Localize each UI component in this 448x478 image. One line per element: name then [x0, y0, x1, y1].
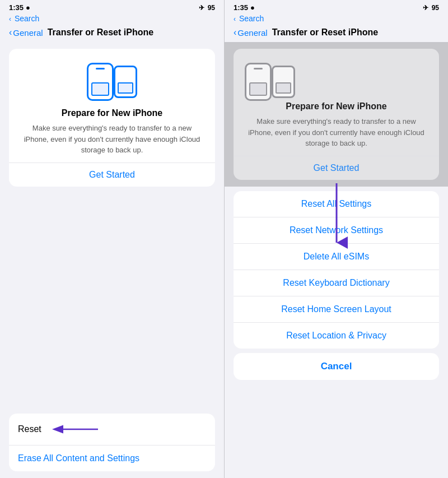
left-content: Prepare for New iPhone Make sure everyth…: [0, 42, 224, 478]
right-phone-icon-group: [245, 62, 295, 101]
action-reset-all-settings-label: Reset All Settings: [301, 199, 371, 208]
left-erase-item[interactable]: Erase All Content and Settings: [9, 445, 215, 471]
left-page-title: Transfer or Reset iPhone: [48, 27, 153, 38]
right-get-started-button[interactable]: Get Started: [245, 156, 428, 180]
left-search-bar[interactable]: ‹ Search: [0, 14, 224, 25]
right-prepare-description: Make sure everything's ready to transfer…: [245, 116, 428, 149]
right-action-sheet: Reset All Settings Reset Network Setting…: [234, 191, 439, 349]
right-icon-area: [245, 62, 428, 101]
right-search-chevron: ‹: [234, 15, 236, 23]
left-search-chevron: ‹: [9, 15, 11, 23]
right-back-label: General: [237, 28, 267, 38]
left-phone-icon-group: [87, 62, 137, 101]
left-back-chevron: ‹: [9, 27, 12, 38]
right-time: 1:35: [234, 3, 248, 12]
left-arrow-annotation: [50, 421, 101, 437]
left-bottom-list: Reset Erase All Content and Settings: [9, 414, 215, 471]
action-reset-home-screen[interactable]: Reset Home Screen Layout: [234, 296, 439, 323]
left-reset-item[interactable]: Reset: [9, 414, 215, 445]
action-reset-network-label: Reset Network Settings: [290, 225, 383, 235]
left-spacer: [9, 193, 215, 407]
right-dimmed-area: Prepare for New iPhone Make sure everyth…: [225, 42, 448, 187]
left-search-label: Search: [15, 14, 39, 23]
right-wifi-icon: ●: [250, 3, 255, 12]
right-status-left: 1:35 ●: [234, 3, 255, 12]
action-reset-keyboard-label: Reset Keyboard Dictionary: [283, 278, 389, 287]
right-page-title: Transfer or Reset iPhone: [272, 27, 378, 38]
action-reset-location-label: Reset Location & Privacy: [286, 331, 386, 340]
right-action-area: Reset All Settings Reset Network Setting…: [225, 187, 448, 349]
right-panel: 1:35 ● ✈ 95 ‹ Search ‹ General Transfer …: [224, 0, 448, 478]
left-status-right: ✈ 95: [199, 4, 215, 12]
left-phone-main-icon: [87, 63, 114, 101]
right-cancel-button[interactable]: Cancel: [234, 353, 439, 380]
left-time: 1:35: [9, 3, 24, 12]
right-search-label: Search: [239, 14, 264, 23]
action-reset-location[interactable]: Reset Location & Privacy: [234, 323, 439, 349]
action-reset-home-screen-label: Reset Home Screen Layout: [281, 304, 391, 314]
right-search-bar[interactable]: ‹ Search: [225, 14, 448, 25]
left-wifi-icon: ●: [26, 3, 30, 12]
left-reset-label: Reset: [18, 424, 41, 434]
right-phone-secondary-icon: [272, 66, 295, 98]
left-airplane-icon: ✈: [199, 4, 204, 12]
action-delete-esims[interactable]: Delete All eSIMs: [234, 244, 439, 270]
right-prepare-card: Prepare for New iPhone Make sure everyth…: [234, 49, 439, 180]
right-back-chevron: ‹: [234, 27, 236, 38]
right-battery: 95: [432, 4, 439, 12]
right-prepare-title: Prepare for New iPhone: [245, 101, 428, 112]
left-back-label: General: [13, 28, 43, 38]
left-status-left: 1:35 ●: [9, 3, 30, 12]
left-icon-area: [20, 62, 204, 101]
left-prepare-card: Prepare for New iPhone Make sure everyth…: [9, 49, 215, 187]
action-reset-all-settings[interactable]: Reset All Settings: [234, 191, 439, 217]
right-phone-main-icon: [245, 63, 272, 101]
right-nav-back[interactable]: ‹ General: [234, 27, 268, 38]
left-prepare-title: Prepare for New iPhone: [20, 108, 204, 118]
cancel-label: Cancel: [321, 361, 352, 372]
left-phone-secondary-icon: [114, 66, 137, 98]
right-nav-bar: ‹ General Transfer or Reset iPhone: [225, 25, 448, 42]
left-nav-back[interactable]: ‹ General: [9, 27, 43, 38]
left-nav-bar: ‹ General Transfer or Reset iPhone: [0, 25, 224, 42]
action-reset-keyboard[interactable]: Reset Keyboard Dictionary: [234, 270, 439, 296]
left-status-bar: 1:35 ● ✈ 95: [0, 0, 224, 14]
left-get-started-button[interactable]: Get Started: [20, 163, 204, 187]
action-delete-esims-label: Delete All eSIMs: [304, 252, 369, 261]
left-panel: 1:35 ● ✈ 95 ‹ Search ‹ General Transfer …: [0, 0, 224, 478]
action-reset-network[interactable]: Reset Network Settings: [234, 217, 439, 244]
left-erase-label: Erase All Content and Settings: [18, 453, 139, 463]
right-airplane-icon: ✈: [423, 4, 428, 12]
left-prepare-description: Make sure everything's ready to transfer…: [20, 123, 204, 156]
right-status-bar: 1:35 ● ✈ 95: [225, 0, 448, 14]
right-status-right: ✈ 95: [423, 4, 439, 12]
left-battery: 95: [208, 4, 215, 12]
